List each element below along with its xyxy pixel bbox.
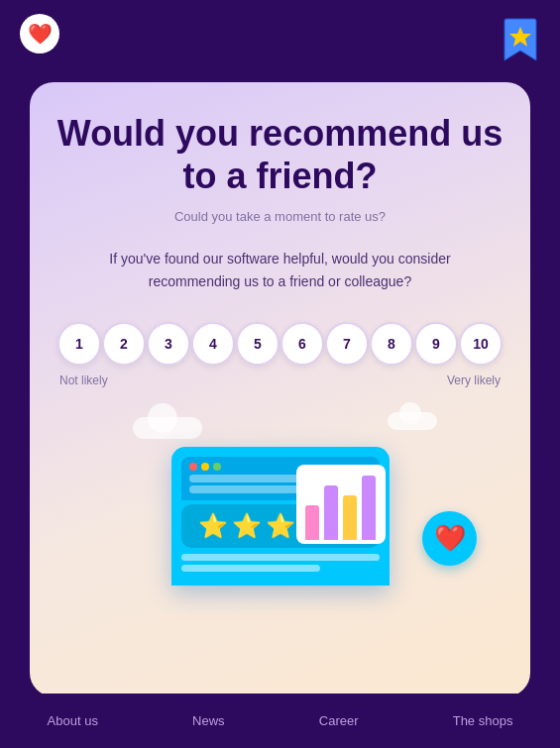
illustration: ⭐ ⭐ ⭐ ⭐ ⭐ ❤️ xyxy=(54,407,506,586)
rating-label-high: Very likely xyxy=(447,374,501,387)
star-3: ⭐ xyxy=(266,512,295,540)
rating-btn-7[interactable]: 7 xyxy=(325,322,369,366)
nav-shops[interactable]: The shops xyxy=(443,705,523,736)
rating-btn-6[interactable]: 6 xyxy=(280,322,324,366)
rating-btn-3[interactable]: 3 xyxy=(147,322,190,366)
footer-nav: About us News Career The shops xyxy=(0,694,560,748)
rating-btn-1[interactable]: 1 xyxy=(57,322,101,366)
browser-lines xyxy=(181,554,380,572)
star-2: ⭐ xyxy=(232,512,262,540)
dot-red xyxy=(189,463,197,471)
card-subtitle: Could you take a moment to rate us? xyxy=(54,209,506,224)
logo-heart: ❤️ xyxy=(20,14,59,53)
nav-career[interactable]: Career xyxy=(309,705,369,736)
browser-window: ⭐ ⭐ ⭐ ⭐ ⭐ xyxy=(171,447,390,586)
bar-1 xyxy=(305,505,319,540)
nav-about[interactable]: About us xyxy=(38,705,108,736)
card-title: Would you recommend us to a friend? xyxy=(54,112,506,197)
nav-news[interactable]: News xyxy=(182,705,235,736)
browser-line-2 xyxy=(181,565,320,572)
rating-btn-9[interactable]: 9 xyxy=(414,322,458,366)
rating-labels: Not likely Very likely xyxy=(54,374,506,387)
card-description: If you've found our software helpful, wo… xyxy=(54,248,506,292)
browser-bar-2 xyxy=(189,485,298,493)
bar-2 xyxy=(324,485,338,540)
cloud-left xyxy=(133,417,202,439)
bookmark-icon[interactable] xyxy=(503,17,540,66)
cloud-right xyxy=(388,412,437,430)
rating-label-low: Not likely xyxy=(59,374,108,387)
dot-yellow xyxy=(201,463,209,471)
rating-btn-4[interactable]: 4 xyxy=(191,322,235,366)
header: ❤️ xyxy=(0,0,560,82)
rating-btn-8[interactable]: 8 xyxy=(370,322,413,366)
rating-btn-5[interactable]: 5 xyxy=(236,322,280,366)
bar-4 xyxy=(362,476,376,540)
rating-btn-10[interactable]: 10 xyxy=(459,322,503,366)
dot-green xyxy=(213,463,221,471)
rating-btn-2[interactable]: 2 xyxy=(102,322,146,366)
star-1: ⭐ xyxy=(198,512,228,540)
bar-3 xyxy=(343,495,357,540)
heart-badge: ❤️ xyxy=(422,511,477,566)
browser-line-1 xyxy=(181,554,380,561)
chart-area xyxy=(296,465,386,544)
main-card: Would you recommend us to a friend? Coul… xyxy=(30,82,530,696)
logo-icon: ❤️ xyxy=(20,14,69,68)
rating-row: 1 2 3 4 5 6 7 8 9 10 xyxy=(54,322,506,366)
